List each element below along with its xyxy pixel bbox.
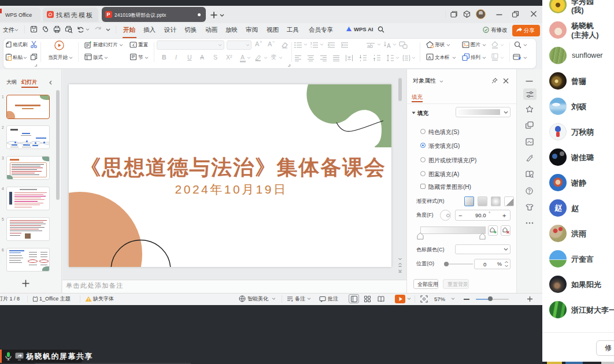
- svg-text:ab: ab: [367, 43, 373, 49]
- svg-text:A: A: [428, 55, 431, 60]
- svg-text:A: A: [387, 43, 391, 49]
